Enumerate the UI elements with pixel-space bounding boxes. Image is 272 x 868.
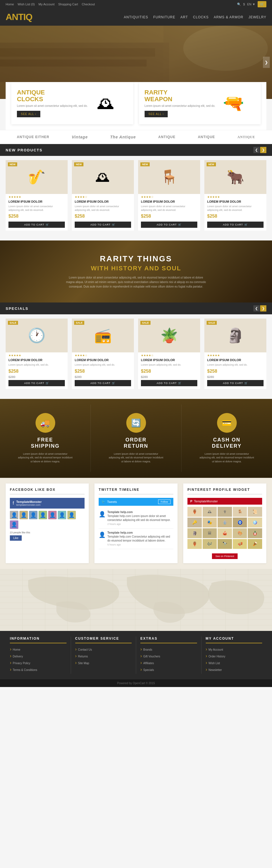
- checkout-link[interactable]: Checkout: [82, 3, 95, 6]
- footer-extras-2[interactable]: Affiliates: [140, 660, 197, 665]
- search-icon[interactable]: 🔍: [237, 3, 241, 6]
- twitter-header: 🐦 Tweets Follow: [99, 498, 173, 506]
- special-product-2-img: 🪴 SALE: [138, 318, 200, 352]
- cart-link[interactable]: Shopping Cart: [58, 3, 78, 6]
- special-product-3-desc: Lorem ipsum adipiscing elit, sed do.: [204, 363, 266, 367]
- footer-account-3[interactable]: Newsletter: [206, 667, 263, 672]
- footer-info-3[interactable]: Terms & Conditions: [10, 667, 66, 672]
- facebook-widget-title: FACEBOOK LIKE BOX: [10, 488, 85, 494]
- nav-clocks[interactable]: CLOCKS: [193, 15, 209, 19]
- pin-10: 🗿: [187, 528, 202, 538]
- special-product-0-badge: SALE: [8, 321, 18, 325]
- pinterest-widget-title: PINTEREST PROFILE WIDGET: [187, 488, 262, 494]
- footer-account-list: My Account Order History Wish List Newsl…: [206, 647, 263, 672]
- specials-next[interactable]: ❯: [260, 305, 266, 311]
- fb-like-btn[interactable]: Like: [10, 535, 22, 541]
- feature-shipping-desc: Lorem ipsum dolor sit amet consectetur a…: [17, 452, 73, 464]
- logo[interactable]: ANTIQ: [6, 12, 32, 22]
- fb-followers: 23 people like this: [10, 531, 85, 534]
- brand-5[interactable]: ANTIQUE: [235, 134, 258, 141]
- footer-info-0[interactable]: Home: [10, 647, 66, 652]
- pin-7: 🪬: [218, 518, 232, 527]
- footer-info-1[interactable]: Delivery: [10, 653, 66, 658]
- footer-account-2[interactable]: Wish List: [206, 660, 263, 665]
- feature-return-title: ORDERRETURN: [96, 437, 176, 449]
- footer-extras-3[interactable]: Specials: [140, 667, 197, 672]
- special-product-0-cart-btn[interactable]: ADD TO CART 🛒: [8, 380, 65, 386]
- nav-jewelry[interactable]: JEWELRY: [249, 15, 266, 19]
- promo-clocks-btn[interactable]: SEE ALL ›: [17, 111, 40, 117]
- special-product-0: 🕐 SALE ★★★★★ LOREM IPSUM DOLOR Lorem ips…: [6, 318, 68, 389]
- home-link[interactable]: Home: [6, 3, 14, 6]
- social-section: FACEBOOK LIKE BOX f TemplateMonster temp…: [0, 478, 272, 569]
- special-product-3-name: LOREM IPSUM DOLOR: [204, 358, 266, 363]
- new-product-0-stars: ★★★★★: [6, 194, 68, 199]
- top-bar-links[interactable]: Home Wish List (0) My Account Shopping C…: [6, 3, 97, 6]
- special-product-1-old-price: $289: [72, 375, 134, 379]
- nav-furniture[interactable]: FURNITURE: [153, 15, 175, 19]
- pin-11: 🏛: [203, 528, 217, 538]
- new-product-2-cart-btn[interactable]: ADD TO CART 🛒: [141, 222, 197, 228]
- promo-clocks-title: ANTIQUE CLOCKS: [17, 89, 88, 103]
- new-products-section: NEW PRODUCTS ❮ ❯ 🎷 NEW ★★★★★ LOREM IPSUM…: [0, 144, 272, 241]
- special-product-0-desc: Lorem ipsum adipiscing elit, sed do.: [6, 363, 68, 367]
- footer-col-account-title: MY ACCOUNT: [206, 637, 263, 643]
- hero-next-arrow[interactable]: ❯: [263, 57, 270, 68]
- pin-12: 🎪: [218, 528, 232, 538]
- footer-extras-0[interactable]: Brands: [140, 647, 197, 652]
- cart-button[interactable]: 🛒: [258, 1, 266, 7]
- nav-art[interactable]: ART: [180, 15, 188, 19]
- new-product-1-cart-btn[interactable]: ADD TO CART 🛒: [75, 222, 131, 228]
- footer-links: INFORMATION Home Delivery Privacy Policy…: [0, 631, 272, 679]
- pin-6: 🎭: [203, 518, 217, 527]
- bottom-bar: Powered by OpenCart © 2015: [0, 679, 272, 687]
- footer-service-2[interactable]: Site Map: [75, 660, 132, 665]
- footer-service-1[interactable]: Returns: [75, 653, 132, 658]
- promo-weapon-title: RARITY WEAPON: [145, 89, 215, 103]
- footer-extras-1[interactable]: Gift Vouchers: [140, 653, 197, 658]
- brand-1[interactable]: Vintage: [69, 134, 90, 141]
- pinterest-header: P TemplateMonster: [187, 498, 262, 505]
- footer-col-information: INFORMATION Home Delivery Privacy Policy…: [6, 637, 71, 674]
- footer-info-2[interactable]: Privacy Policy: [10, 660, 66, 665]
- new-product-0-cart-btn[interactable]: ADD TO CART 🛒: [8, 222, 65, 228]
- special-product-2: 🪴 SALE ★★★★☆ LOREM IPSUM DOLOR Lorem ips…: [138, 318, 200, 389]
- new-product-2-price: $258: [138, 212, 200, 220]
- logo-main: ANTI: [6, 12, 26, 22]
- brand-4[interactable]: ANTIQUE: [195, 134, 218, 140]
- wishlist-link[interactable]: Wish List (0): [18, 3, 35, 6]
- special-product-3-cart-btn[interactable]: ADD TO CART 🛒: [207, 380, 264, 386]
- new-product-3-desc: Lorem ipsum dolor sit amet consectetur a…: [204, 204, 266, 212]
- specials-prev[interactable]: ❮: [253, 305, 260, 311]
- footer-account-1[interactable]: Order History: [206, 653, 263, 658]
- copyright-text: Powered by OpenCart © 2015: [117, 682, 155, 685]
- see-on-pinterest-btn[interactable]: See on Pinterest: [212, 553, 238, 559]
- new-product-1-img: 🕰 NEW: [72, 160, 134, 194]
- twitter-follow-btn[interactable]: Follow: [158, 500, 171, 504]
- brand-2[interactable]: The Antique: [108, 134, 139, 141]
- footer-account-0[interactable]: My Account: [206, 647, 263, 652]
- nav-arms[interactable]: ARMS & ARMOR: [214, 15, 243, 19]
- new-products-prev[interactable]: ❮: [253, 147, 260, 153]
- promo-weapon-btn[interactable]: SEE ALL ›: [145, 111, 168, 117]
- pin-15: 🏺: [187, 539, 202, 549]
- top-bar-right: 🔍 $ EN ▼ 🛒: [237, 1, 266, 7]
- nav-antiquities[interactable]: ANTIQUITIES: [124, 15, 148, 19]
- brand-0[interactable]: ANTIQUE EITHER: [14, 134, 52, 140]
- new-product-1-stars: ★★★★☆: [72, 194, 134, 199]
- brand-3[interactable]: ANTIQUE: [156, 134, 178, 140]
- pin-0: 🏺: [187, 507, 202, 517]
- special-product-1-cart-btn[interactable]: ADD TO CART 🛒: [75, 380, 131, 386]
- special-product-1-badge: SALE: [74, 321, 84, 325]
- new-products-next[interactable]: ❯: [260, 147, 266, 153]
- specials-header: SPECIALS ❮ ❯: [0, 303, 272, 314]
- new-product-3-cart-btn[interactable]: ADD TO CART 🛒: [207, 222, 264, 228]
- special-product-0-stars: ★★★★★: [6, 352, 68, 358]
- account-link[interactable]: My Account: [39, 3, 55, 6]
- footer-information-list: Home Delivery Privacy Policy Terms & Con…: [10, 647, 66, 672]
- special-product-2-cart-btn[interactable]: ADD TO CART 🛒: [141, 380, 197, 386]
- special-product-2-stars: ★★★★☆: [138, 352, 200, 358]
- footer-service-0[interactable]: Contact Us: [75, 647, 132, 652]
- special-product-0-price: $258: [6, 367, 68, 375]
- tweet-1-avatar: 👤: [99, 531, 106, 539]
